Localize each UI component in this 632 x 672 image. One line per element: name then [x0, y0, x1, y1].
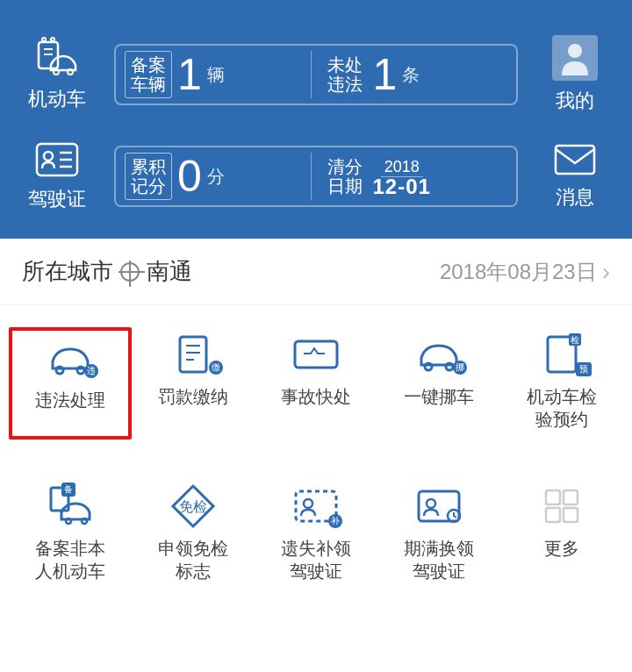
svg-text:免检: 免检: [179, 499, 207, 514]
svg-point-9: [44, 152, 53, 161]
inspection-appointment-button[interactable]: 检 预 机动车检 验预约: [500, 327, 623, 440]
reset-date: 2018 12-01: [373, 157, 431, 197]
grid-label: 罚款缴纳: [158, 385, 228, 408]
unprocessed-violation-segment: 未处 违法 1 条: [311, 51, 508, 98]
grid-label: 期满换领 驾驶证: [404, 537, 474, 583]
svg-rect-13: [556, 146, 594, 174]
header-row-2: 驾驶证 累积 记分 0 分 清分 日期 2018 12-01 消息: [22, 140, 610, 212]
vehicle-label: 机动车: [28, 86, 86, 112]
svg-rect-39: [564, 508, 578, 522]
chevron-right-icon: ›: [602, 258, 610, 286]
svg-rect-33: [419, 491, 459, 521]
violation-label: 未处 违法: [322, 52, 368, 97]
svg-rect-37: [564, 490, 578, 504]
reset-date-segment: 清分 日期 2018 12-01: [311, 153, 508, 200]
grid-label: 事故快处: [281, 385, 351, 408]
grid-label: 一键挪车: [404, 385, 474, 408]
svg-point-27: [66, 518, 71, 524]
license-label: 驾驶证: [28, 186, 86, 212]
more-icon: [535, 484, 588, 528]
accident-quick-button[interactable]: 事故快处: [255, 327, 377, 440]
license-icon: [33, 140, 81, 179]
city-label: 所在城市: [22, 256, 113, 287]
grid-label: 更多: [544, 537, 579, 560]
location-target-icon: [120, 262, 140, 282]
grid-label: 遗失补领 驾驶证: [281, 537, 351, 583]
badge-icon: 预: [576, 362, 592, 376]
badge-icon: 备: [61, 483, 75, 497]
car-violation-icon: 违: [44, 336, 97, 380]
svg-point-28: [82, 518, 87, 524]
svg-rect-36: [546, 490, 560, 504]
registered-unit: 辆: [207, 63, 225, 87]
badge-icon: 补: [328, 514, 342, 528]
service-grid: 违 违法处理 缴 罚款缴纳 事故快处 挪 一键挪车 检 预 机动车检 验预约: [0, 305, 632, 609]
svg-rect-20: [295, 341, 337, 368]
svg-point-2: [51, 38, 54, 41]
license-info-button[interactable]: 驾驶证: [22, 140, 92, 212]
svg-text:检: 检: [571, 335, 579, 345]
points-segment: 累积 记分 0 分: [125, 153, 311, 200]
exempt-icon: 免检: [167, 484, 219, 528]
svg-rect-16: [180, 337, 206, 372]
violation-processing-button[interactable]: 违 违法处理: [9, 327, 132, 440]
registered-label: 备案 车辆: [125, 51, 172, 98]
car-document-icon: [33, 37, 81, 79]
registered-value: 1: [177, 53, 202, 97]
svg-point-15: [77, 367, 84, 374]
exemption-mark-button[interactable]: 免检 申领免检 标志: [132, 479, 255, 591]
registered-vehicle-segment: 备案 车辆 1 辆: [125, 51, 311, 98]
messages-label: 消息: [556, 184, 594, 211]
badge-icon: 挪: [453, 361, 467, 375]
badge-icon: 缴: [209, 361, 223, 375]
envelope-icon: [552, 142, 598, 177]
register-other-car-button[interactable]: 备 备案非本 人机动车: [9, 479, 132, 591]
city-bar[interactable]: 所在城市 南通 2018年08月23日 ›: [0, 239, 632, 305]
register-car-icon: 备: [44, 484, 97, 528]
reset-label: 清分 日期: [322, 154, 368, 199]
avatar-icon: [552, 35, 598, 81]
grid-label: 备案非本 人机动车: [35, 537, 105, 583]
fine-payment-button[interactable]: 缴 罚款缴纳: [132, 327, 255, 440]
reset-md: 12-01: [373, 177, 431, 197]
grid-label: 违法处理: [35, 389, 105, 411]
violation-unit: 条: [402, 63, 420, 87]
lost-license-button[interactable]: 补 遗失补领 驾驶证: [255, 479, 377, 591]
city-date: 2018年08月23日: [440, 258, 597, 286]
points-value: 0: [177, 154, 202, 198]
receipt-icon: 缴: [167, 332, 219, 376]
lost-license-icon: 补: [290, 484, 342, 528]
svg-point-7: [568, 44, 582, 58]
messages-button[interactable]: 消息: [540, 142, 610, 211]
points-label: 累积 记分: [125, 153, 172, 200]
vehicle-info-button[interactable]: 机动车: [22, 37, 92, 112]
vehicle-info-card[interactable]: 备案 车辆 1 辆 未处 违法 1 条: [114, 44, 518, 105]
svg-point-32: [304, 499, 312, 508]
svg-point-34: [427, 499, 435, 508]
svg-rect-38: [546, 508, 560, 522]
accident-icon: [290, 332, 342, 376]
renew-license-button[interactable]: 期满换领 驾驶证: [377, 479, 500, 591]
svg-point-22: [446, 363, 453, 370]
svg-point-21: [425, 363, 432, 370]
profile-label: 我的: [556, 88, 594, 114]
badge-icon: 违: [84, 364, 98, 378]
move-car-icon: 挪: [413, 332, 465, 376]
svg-point-1: [42, 38, 46, 41]
renew-license-icon: [413, 484, 465, 528]
city-name: 南通: [147, 256, 192, 287]
more-button[interactable]: 更多: [500, 479, 623, 591]
grid-label: 申领免检 标志: [158, 537, 228, 583]
svg-point-6: [68, 69, 73, 75]
svg-point-5: [54, 69, 59, 75]
move-car-button[interactable]: 挪 一键挪车: [377, 327, 500, 440]
violation-value: 1: [373, 53, 398, 97]
header: 机动车 备案 车辆 1 辆 未处 违法 1 条 我的: [0, 0, 632, 239]
grid-label: 机动车检 验预约: [527, 385, 597, 431]
inspection-icon: 检 预: [535, 332, 588, 376]
points-unit: 分: [207, 165, 225, 189]
header-row-1: 机动车 备案 车辆 1 辆 未处 违法 1 条 我的: [22, 35, 610, 114]
license-info-card[interactable]: 累积 记分 0 分 清分 日期 2018 12-01: [114, 146, 518, 207]
svg-point-14: [56, 367, 63, 374]
profile-button[interactable]: 我的: [540, 35, 610, 114]
